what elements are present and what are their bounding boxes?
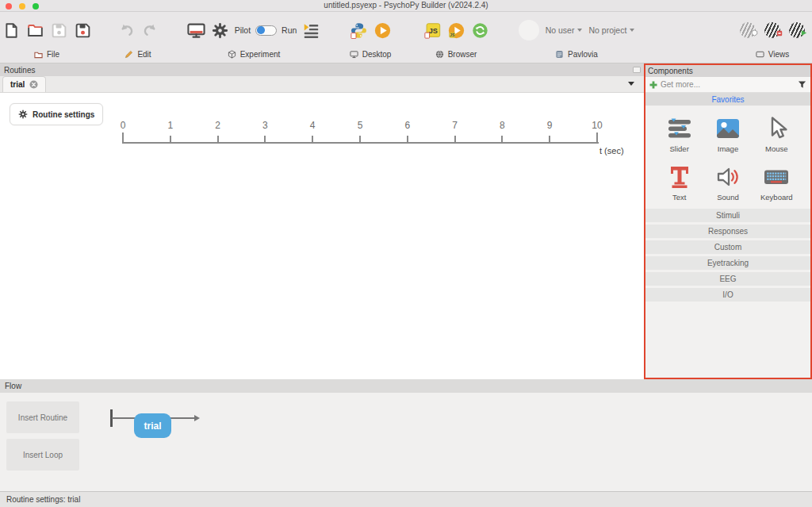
run-label: Run xyxy=(282,25,297,35)
routine-canvas: Routine settings t (sec) 012345678910 xyxy=(0,93,644,379)
timeline-axis xyxy=(122,142,599,144)
compile-js-button[interactable]: JS xyxy=(423,21,442,40)
close-tab-icon[interactable] xyxy=(29,80,38,89)
flow-arrow-icon xyxy=(194,415,200,421)
section-custom[interactable]: Custom xyxy=(645,240,810,254)
zoom-window-button[interactable] xyxy=(33,3,39,10)
insert-routine-button[interactable]: Insert Routine xyxy=(6,401,79,433)
undo-button[interactable] xyxy=(117,21,136,40)
toolbar: File Edit xyxy=(0,12,812,63)
runner-view-button[interactable] xyxy=(788,21,806,40)
flow-routine-trial[interactable]: trial xyxy=(134,413,171,438)
flow-panel-header: Flow xyxy=(0,379,812,393)
component-slider[interactable]: Slider xyxy=(655,109,703,158)
project-dropdown-label: No project xyxy=(588,25,626,35)
section-eyetracking[interactable]: Eyetracking xyxy=(645,256,810,270)
compile-python-button[interactable] xyxy=(350,21,368,40)
titlebar: untitled.psyexp - PsychoPy Builder (v202… xyxy=(0,0,812,12)
float-panel-button[interactable] xyxy=(633,67,641,73)
section-stimuli[interactable]: Stimuli xyxy=(645,209,810,222)
coder-view-button[interactable] xyxy=(764,21,781,40)
component-image[interactable]: Image xyxy=(703,109,752,158)
timeline-tick-label: 7 xyxy=(452,120,458,131)
new-experiment-button[interactable] xyxy=(2,21,21,40)
builder-view-button[interactable] xyxy=(739,21,756,40)
pencil-icon xyxy=(124,50,133,59)
routine-tabbar: trial xyxy=(0,76,644,93)
timeline-tick xyxy=(407,136,408,142)
timeline-tick xyxy=(596,133,598,142)
section-eeg[interactable]: EEG xyxy=(645,272,810,286)
section-io[interactable]: I/O xyxy=(645,288,810,302)
timeline-tick xyxy=(454,136,456,142)
filter-icon[interactable] xyxy=(798,80,806,89)
close-window-button[interactable] xyxy=(6,3,12,10)
components-panel: Components Get more... Favorites Slider xyxy=(644,63,812,379)
window-title: untitled.psyexp - PsychoPy Builder (v202… xyxy=(0,0,812,11)
run-online-button[interactable]: JS xyxy=(447,21,465,40)
timeline-tick xyxy=(549,136,550,142)
coder-badge-icon xyxy=(776,27,783,39)
component-label: Slider xyxy=(670,144,689,153)
pilot-run-toggle[interactable] xyxy=(255,25,277,36)
component-keyboard[interactable]: Keyboard xyxy=(753,158,801,206)
timeline-tick-label: 3 xyxy=(262,120,268,131)
cube-badge-icon xyxy=(751,27,758,39)
user-dropdown[interactable]: No user xyxy=(546,25,583,35)
toolbar-group-experiment: Pilot Run Experiment xyxy=(181,12,327,63)
status-bar-text: Routine settings: trial xyxy=(6,495,80,504)
save-as-button[interactable] xyxy=(74,21,92,40)
tab-list-dropdown-icon[interactable] xyxy=(628,82,634,86)
flow-panel: Flow Insert Routine Insert Loop trial xyxy=(0,379,812,491)
pilot-run-switch-group: Pilot Run xyxy=(235,25,297,36)
pavlovia-icon xyxy=(555,50,564,59)
tab-trial[interactable]: trial xyxy=(2,76,46,92)
timeline: t (sec) 012345678910 xyxy=(123,120,597,169)
component-text[interactable]: Text xyxy=(655,158,703,206)
timeline-unit-label: t (sec) xyxy=(599,146,624,156)
minimize-window-button[interactable] xyxy=(19,3,25,10)
insert-loop-button[interactable]: Insert Loop xyxy=(6,439,79,471)
timeline-tick xyxy=(312,136,313,142)
run-experiment-button[interactable] xyxy=(373,21,392,40)
timeline-tick-label: 5 xyxy=(358,120,363,131)
component-label: Keyboard xyxy=(760,193,793,202)
toolbar-section-label-edit: Edit xyxy=(111,50,165,59)
experiment-section-label: Experiment xyxy=(240,50,281,59)
timeline-tick-label: 1 xyxy=(167,120,173,131)
timeline-tick xyxy=(217,136,219,142)
get-more-components-row[interactable]: Get more... xyxy=(645,77,810,93)
experiment-settings-button[interactable] xyxy=(211,21,229,40)
browser-section-label: Browser xyxy=(448,50,477,59)
timeline-tick-label: 4 xyxy=(310,120,316,131)
timeline-tick xyxy=(501,136,503,142)
open-experiment-button[interactable] xyxy=(26,21,44,40)
favorites-label: Favorites xyxy=(711,95,744,104)
favorites-section-header[interactable]: Favorites xyxy=(645,93,810,106)
component-mouse[interactable]: Mouse xyxy=(753,109,801,158)
routine-settings-button[interactable]: Routine settings xyxy=(10,103,103,125)
section-responses[interactable]: Responses xyxy=(645,225,810,238)
text-icon xyxy=(666,163,693,190)
user-dropdown-label: No user xyxy=(546,25,575,35)
cube-icon xyxy=(228,50,236,59)
project-dropdown[interactable]: No project xyxy=(588,25,634,35)
timeline-tick xyxy=(170,136,171,142)
components-panel-title: Components xyxy=(648,67,693,75)
timeline-tick-label: 2 xyxy=(215,120,220,131)
routines-panel-header: Routines xyxy=(0,63,644,76)
redo-button[interactable] xyxy=(141,21,159,40)
send-to-runner-button[interactable] xyxy=(302,21,320,40)
save-button[interactable] xyxy=(50,21,68,40)
file-section-label: File xyxy=(47,50,59,59)
image-icon xyxy=(714,115,741,142)
slider-icon xyxy=(666,115,693,142)
user-avatar[interactable] xyxy=(519,20,539,40)
tab-trial-label: trial xyxy=(10,80,25,89)
sync-project-button[interactable] xyxy=(471,21,489,40)
edit-section-label: Edit xyxy=(137,50,151,59)
desktop-section-label: Desktop xyxy=(362,50,392,59)
component-sound[interactable]: Sound xyxy=(703,158,752,206)
monitor-center-button[interactable] xyxy=(187,21,205,40)
psychopy-builder-window: untitled.psyexp - PsychoPy Builder (v202… xyxy=(0,0,812,507)
